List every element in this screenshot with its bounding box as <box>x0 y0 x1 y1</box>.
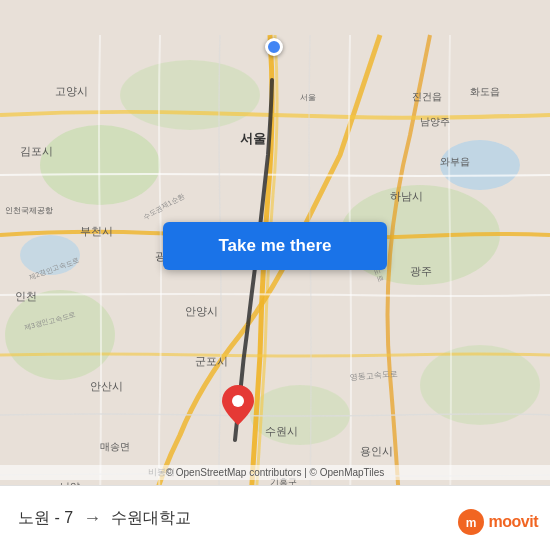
svg-text:매송면: 매송면 <box>100 441 130 452</box>
svg-text:서울: 서울 <box>240 131 266 146</box>
svg-text:용인시: 용인시 <box>360 445 393 457</box>
svg-text:부천시: 부천시 <box>80 225 113 237</box>
route-arrow: → <box>83 508 101 529</box>
svg-text:인천: 인천 <box>15 290 37 302</box>
svg-text:남양주: 남양주 <box>420 116 450 127</box>
origin-pin <box>265 38 283 56</box>
svg-text:수원시: 수원시 <box>265 425 298 437</box>
svg-point-4 <box>5 290 115 380</box>
take-me-there-button[interactable]: Take me there <box>163 222 387 270</box>
moovit-logo: m moovit <box>457 508 538 536</box>
svg-point-38 <box>232 395 244 407</box>
route-to: 수원대학교 <box>111 508 191 529</box>
svg-text:하남시: 하남시 <box>390 190 423 202</box>
svg-point-6 <box>120 60 260 130</box>
svg-text:화도읍: 화도읍 <box>470 86 500 97</box>
bottom-bar: 노원 - 7 → 수원대학교 m moovit <box>0 485 550 550</box>
svg-text:광주: 광주 <box>410 265 432 277</box>
svg-text:고양시: 고양시 <box>55 85 88 97</box>
route-from: 노원 - 7 <box>18 508 73 529</box>
svg-text:군포시: 군포시 <box>195 355 228 367</box>
destination-pin <box>222 385 254 429</box>
svg-text:안양시: 안양시 <box>185 305 218 317</box>
attribution-label: © OpenStreetMap contributors | © OpenMap… <box>166 467 385 478</box>
attribution-text: © OpenStreetMap contributors | © OpenMap… <box>0 465 550 480</box>
moovit-logo-icon: m <box>457 508 485 536</box>
svg-text:진건읍: 진건읍 <box>412 91 442 102</box>
svg-point-5 <box>420 345 540 425</box>
svg-text:m: m <box>465 516 476 530</box>
moovit-logo-text: moovit <box>489 513 538 531</box>
map-container: 고양시 김포시 서울 인천국제공항 부천시 광명시 인천 안양시 군포시 안산시… <box>0 0 550 550</box>
svg-text:안산시: 안산시 <box>90 380 123 392</box>
svg-text:와부읍: 와부읍 <box>440 156 470 167</box>
svg-text:서울: 서울 <box>300 93 316 102</box>
svg-text:인천국제공항: 인천국제공항 <box>5 206 53 215</box>
svg-text:김포시: 김포시 <box>20 145 53 157</box>
